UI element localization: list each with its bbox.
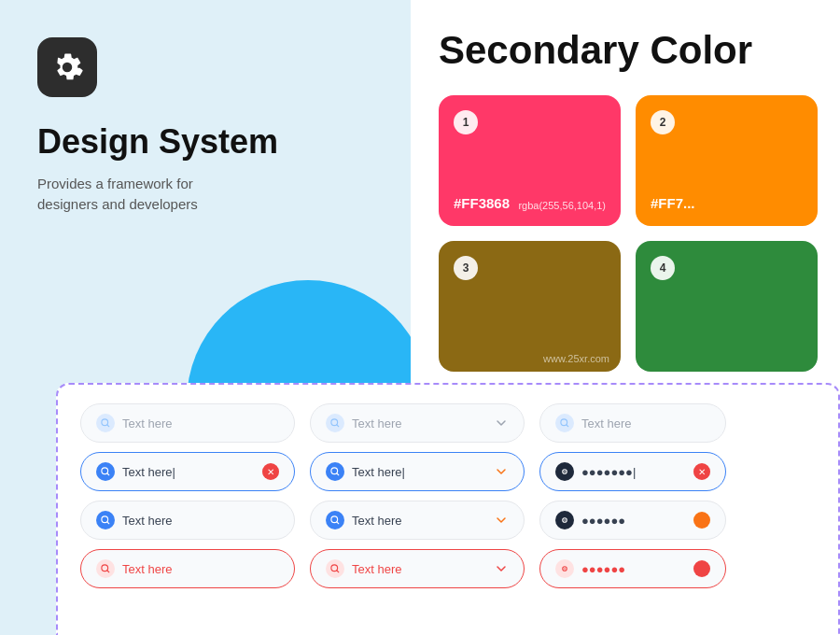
password-icon-4-3	[555, 559, 574, 578]
svg-point-11	[564, 471, 566, 473]
card-number-2: 2	[651, 110, 675, 134]
chevron-down-icon-3-2	[494, 513, 509, 528]
search-icon-1-2	[326, 414, 344, 432]
search-dropdown-2-2[interactable]: Text here|	[310, 452, 525, 491]
color-card-3: 3 www.25xr.com	[439, 241, 621, 372]
svg-line-21	[337, 571, 339, 572]
svg-line-13	[107, 522, 109, 524]
search-svg	[100, 417, 111, 429]
search-svg	[100, 563, 111, 574]
bottom-form-area: Text here Text here	[56, 383, 840, 635]
search-icon-4-2	[326, 559, 344, 578]
svg-line-5	[567, 425, 568, 427]
password-text-4-3: ●●●●●●	[581, 562, 686, 576]
password-icon-3-3	[555, 511, 574, 529]
search-icon-3-2	[326, 511, 344, 529]
search-dropdown-3-2[interactable]: Text here	[310, 501, 525, 540]
hex-code-2: #FF7...	[651, 195, 695, 211]
form-row-4: Text here Text here	[80, 549, 816, 588]
form-row-2: Text here| ✕ Text here|	[80, 452, 816, 491]
search-field-2-1[interactable]: Text here| ✕	[80, 452, 295, 491]
search-svg	[100, 515, 111, 526]
rgba-code-1: rgba(255,56,104,1)	[518, 200, 606, 211]
password-icon-2-3	[555, 462, 574, 481]
search-svg	[329, 466, 341, 477]
color-card-4: 4	[636, 241, 818, 372]
error-dot-4-3	[693, 560, 710, 577]
search-svg	[329, 515, 341, 526]
card-number-1: 1	[454, 110, 478, 134]
lock-svg	[559, 515, 570, 526]
section-title: Secondary Color	[439, 28, 818, 73]
card-number-3: 3	[454, 256, 478, 280]
color-grid: 1 #FF3868 rgba(255,56,104,1) 2 #FF7... 3	[439, 95, 818, 372]
chevron-down-icon-4-2	[494, 561, 509, 576]
password-text-2-3: ●●●●●●●|	[581, 465, 686, 479]
chevron-down-icon-2-2	[494, 464, 509, 479]
form-row-1: Text here Text here	[80, 403, 816, 443]
search-icon-2-1	[96, 462, 115, 481]
input-text-1-3: Text here	[581, 416, 710, 430]
search-icon-4-1	[96, 559, 115, 578]
password-field-2-3[interactable]: ●●●●●●●| ✕	[539, 452, 726, 491]
password-text-3-3: ●●●●●●	[581, 514, 686, 528]
search-dropdown-4-2[interactable]: Text here	[310, 549, 525, 588]
chevron-down-icon-1-2	[494, 416, 509, 430]
search-icon-1-3	[555, 414, 574, 432]
password-field-4-3[interactable]: ●●●●●●	[539, 549, 726, 588]
lock-svg	[559, 466, 570, 477]
search-svg	[329, 417, 341, 429]
search-field-1-1[interactable]: Text here	[80, 403, 295, 443]
search-field-4-1[interactable]: Text here	[80, 549, 295, 588]
input-text-2-1: Text here|	[122, 465, 255, 479]
svg-line-3	[337, 425, 339, 427]
input-text-2-2: Text here|	[352, 465, 486, 479]
search-icon-1-1	[96, 414, 115, 432]
color-card-2: 2 #FF7...	[636, 95, 818, 226]
app-icon	[37, 37, 97, 97]
card-info-2: #FF7...	[651, 195, 803, 211]
input-text-4-1: Text here	[122, 562, 279, 576]
svg-line-7	[107, 473, 109, 475]
search-field-3-1[interactable]: Text here	[80, 501, 295, 540]
input-text-4-2: Text here	[352, 562, 486, 576]
password-field-3-3[interactable]: ●●●●●●	[539, 501, 726, 540]
card-info-1: #FF3868 rgba(255,56,104,1)	[454, 195, 606, 211]
clear-button-2-3[interactable]: ✕	[693, 463, 710, 480]
card-number-4: 4	[651, 256, 675, 280]
status-dot-3-3	[693, 512, 710, 529]
search-dropdown-1-2[interactable]: Text here	[310, 403, 525, 443]
svg-point-23	[564, 568, 566, 570]
input-text-3-2: Text here	[352, 514, 486, 528]
svg-line-15	[337, 522, 339, 524]
app-subtitle: Provides a framework for designers and d…	[37, 174, 243, 216]
svg-line-19	[107, 571, 109, 572]
input-text-1-1: Text here	[122, 416, 279, 430]
search-field-1-3[interactable]: Text here	[539, 403, 726, 443]
svg-line-9	[337, 473, 339, 475]
lock-svg	[559, 563, 570, 574]
app-title: Design System	[37, 123, 373, 161]
form-row-3: Text here Text here	[80, 501, 816, 540]
search-icon-3-1	[96, 511, 115, 529]
search-icon-2-2	[326, 462, 344, 481]
search-svg	[559, 417, 570, 429]
gear-icon	[50, 50, 84, 84]
svg-point-17	[564, 519, 566, 521]
watermark: www.25xr.com	[543, 353, 609, 364]
svg-line-1	[107, 425, 109, 427]
input-text-3-1: Text here	[122, 514, 279, 528]
search-svg	[329, 563, 341, 574]
hex-code-1: #FF3868	[454, 195, 510, 211]
color-card-1: 1 #FF3868 rgba(255,56,104,1)	[439, 95, 621, 226]
clear-button-2-1[interactable]: ✕	[262, 463, 279, 480]
search-svg	[100, 466, 111, 477]
input-text-1-2: Text here	[352, 416, 486, 430]
